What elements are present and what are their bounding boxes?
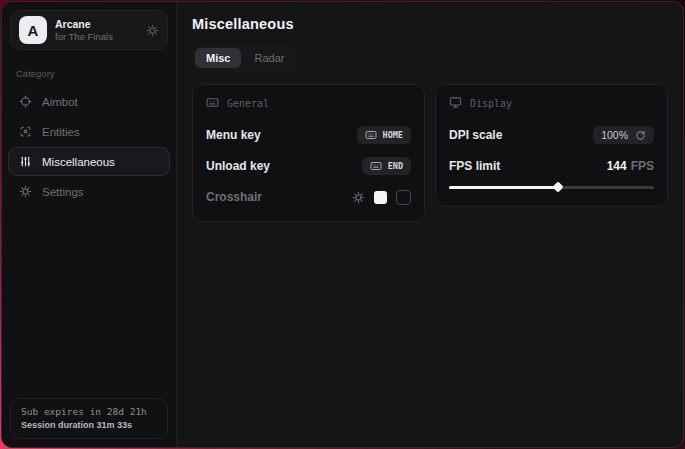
crosshair-checkbox[interactable]	[396, 190, 411, 205]
cards-row: General Menu key HOME Unload key	[192, 84, 668, 222]
general-card-title: General	[227, 98, 269, 109]
general-card: General Menu key HOME Unload key	[192, 84, 425, 222]
sidebar-item-label: Entities	[42, 126, 80, 138]
category-label: Category	[16, 68, 162, 79]
scan-eye-icon	[19, 125, 32, 138]
fps-unit: FPS	[631, 159, 654, 173]
dpi-scale-value: 100%	[601, 129, 628, 141]
tab-misc[interactable]: Misc	[195, 48, 241, 68]
keyboard-icon	[206, 96, 219, 111]
main-content: Miscellaneous Misc Radar General Menu ke…	[177, 2, 683, 447]
menu-key-row: Menu key HOME	[206, 124, 411, 146]
tab-radar[interactable]: Radar	[243, 48, 295, 68]
sidebar-item-miscellaneous[interactable]: Miscellaneous	[8, 147, 170, 176]
general-card-header: General	[206, 96, 411, 111]
fps-limit-label: FPS limit	[449, 159, 500, 173]
brand-card: A Arcane for The Finals	[10, 10, 168, 50]
session-duration-text: Session duration 31m 33s	[21, 420, 157, 430]
dpi-scale-select[interactable]: 100%	[593, 126, 654, 144]
display-card-title: Display	[470, 98, 512, 109]
display-card-header: Display	[449, 96, 654, 111]
gear-icon[interactable]	[352, 191, 365, 204]
dpi-scale-label: DPI scale	[449, 128, 502, 142]
display-card: Display DPI scale 100% FPS limit 144FPS	[435, 84, 668, 207]
refresh-icon[interactable]	[635, 130, 646, 141]
fps-limit-value: 144FPS	[607, 159, 654, 173]
sidebar-item-label: Settings	[42, 186, 84, 198]
menu-key-value: HOME	[383, 130, 403, 140]
crosshair-label: Crosshair	[206, 190, 262, 204]
app-subtitle: for The Finals	[55, 31, 113, 43]
unload-key-bind-button[interactable]: END	[362, 157, 411, 175]
menu-key-bind-button[interactable]: HOME	[357, 126, 411, 144]
fps-slider-thumb[interactable]	[552, 181, 563, 192]
page-title: Miscellaneous	[192, 16, 668, 32]
dpi-scale-row: DPI scale 100%	[449, 124, 654, 146]
gear-icon	[19, 185, 32, 198]
keyboard-icon	[370, 160, 382, 172]
monitor-icon	[449, 96, 462, 111]
brand-text: Arcane for The Finals	[55, 18, 113, 43]
app-logo: A	[19, 16, 47, 44]
fps-number: 144	[607, 159, 627, 173]
sidebar: A Arcane for The Finals Category Aimbot	[2, 2, 177, 447]
crosshair-controls	[352, 190, 411, 205]
fps-limit-row: FPS limit 144FPS	[449, 155, 654, 177]
unload-key-row: Unload key END	[206, 155, 411, 177]
sidebar-item-label: Aimbot	[42, 96, 78, 108]
menu-key-label: Menu key	[206, 128, 261, 142]
unload-key-label: Unload key	[206, 159, 270, 173]
crosshair-icon	[19, 95, 32, 108]
gear-icon[interactable]	[146, 24, 159, 37]
crosshair-color-swatch[interactable]	[374, 191, 387, 204]
tab-bar: Misc Radar	[192, 45, 298, 71]
fps-slider-fill	[449, 186, 558, 189]
app-window: A Arcane for The Finals Category Aimbot	[1, 1, 684, 448]
sidebar-item-settings[interactable]: Settings	[8, 177, 170, 206]
crosshair-row: Crosshair	[206, 186, 411, 208]
subscription-info-box: Sub expires in 28d 21h Session duration …	[10, 398, 168, 439]
sliders-icon	[19, 155, 32, 168]
unload-key-value: END	[388, 161, 403, 171]
sidebar-item-label: Miscellaneous	[42, 156, 115, 168]
sidebar-item-aimbot[interactable]: Aimbot	[8, 87, 170, 116]
sidebar-item-entities[interactable]: Entities	[8, 117, 170, 146]
keyboard-icon	[365, 129, 377, 141]
sidebar-nav: Aimbot Entities Miscellaneous Settings	[2, 87, 176, 206]
sub-expiry-text: Sub expires in 28d 21h	[21, 406, 157, 417]
app-title: Arcane	[55, 18, 113, 31]
fps-limit-slider[interactable]	[449, 181, 654, 193]
